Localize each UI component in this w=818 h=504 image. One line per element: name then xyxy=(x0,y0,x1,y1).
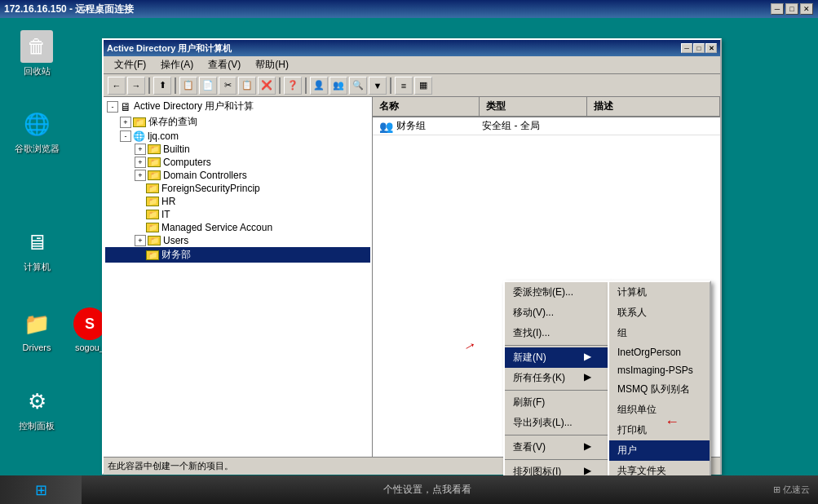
ctx-all-tasks[interactable]: 所有任务(K) ▶ xyxy=(505,368,608,388)
recycle-label: 回收站 xyxy=(8,65,65,77)
tree-it-label: IT xyxy=(161,209,170,220)
start-button[interactable]: ⊞ xyxy=(0,475,82,504)
toolbar-btn2[interactable]: 📄 xyxy=(199,77,217,95)
rdp-minimize-button[interactable]: ─ xyxy=(771,3,784,15)
desktop-icon-chrome[interactable]: 🌐 谷歌浏览器 xyxy=(8,108,65,155)
ctx-move[interactable]: 移动(V)... xyxy=(505,303,608,323)
ad-title: Active Directory 用户和计算机 xyxy=(107,42,681,55)
ctx-find[interactable]: 查找(I)... xyxy=(505,323,608,343)
tree-users-label: Users xyxy=(163,235,188,246)
computer-label: 计算机 xyxy=(8,261,65,273)
toolbar-sep2 xyxy=(175,77,176,94)
menu-help[interactable]: 帮助(H) xyxy=(249,56,295,73)
tree-expand-root[interactable]: - xyxy=(107,101,118,113)
sub-inetorg[interactable]: InetOrgPerson xyxy=(609,343,710,361)
col-header-desc[interactable]: 描述 xyxy=(587,97,720,116)
toolbar-details[interactable]: ▦ xyxy=(414,77,432,95)
toolbar-btn5[interactable]: ❌ xyxy=(258,77,276,95)
col-header-type[interactable]: 类型 xyxy=(480,97,586,116)
rdp-titlebar: 172.16.16.150 - 远程桌面连接 ─ □ ✕ xyxy=(0,0,818,18)
ctx-delegate[interactable]: 委派控制(E)... xyxy=(505,282,608,303)
toolbar-btn9[interactable]: 🔍 xyxy=(349,77,367,95)
tree-ljq[interactable]: - 🌐 ljq.com xyxy=(105,130,370,143)
sub-ou[interactable]: 组织单位 xyxy=(609,400,710,420)
toolbar-list[interactable]: ≡ xyxy=(395,77,413,95)
ad-window: Active Directory 用户和计算机 ─ □ ✕ 文件(F) 操作(A… xyxy=(102,38,722,475)
sub-computer[interactable]: 计算机 xyxy=(609,282,710,303)
toolbar-btn7[interactable]: 👤 xyxy=(310,77,328,95)
menu-file[interactable]: 文件(F) xyxy=(108,56,153,73)
sub-user[interactable]: 用户 xyxy=(609,440,710,461)
submenu-new: 计算机 联系人 组 InetOrgPerson msImaging-PSPs M… xyxy=(608,281,711,483)
ctx-new[interactable]: 新建(N) ▶ xyxy=(505,347,608,368)
col-header-name[interactable]: 名称 xyxy=(373,97,480,116)
ctx-refresh[interactable]: 刷新(F) xyxy=(505,392,608,413)
tree-root[interactable]: - 🖥 Active Directory 用户和计算 xyxy=(105,99,370,114)
ctx-sep2 xyxy=(505,390,608,391)
taskbar-center: 个性设置，点我看看 xyxy=(82,483,773,497)
row-name-text: 财务组 xyxy=(396,119,426,133)
tree-dc-label: Domain Controllers xyxy=(163,170,247,181)
desktop-icon-control[interactable]: ⚙ 控制面板 xyxy=(8,385,65,432)
menu-view[interactable]: 查看(V) xyxy=(201,56,247,73)
ad-close-button[interactable]: ✕ xyxy=(705,43,717,53)
tree-saved-queries[interactable]: + 📁 保存的查询 xyxy=(105,114,370,130)
menu-bar: 文件(F) 操作(A) 查看(V) 帮助(H) xyxy=(104,56,720,74)
tree-computers[interactable]: + 📁 Computers xyxy=(105,156,370,169)
tree-foreign[interactable]: 📁 ForeignSecurityPrincip xyxy=(105,182,370,195)
tree-expand-builtin[interactable]: + xyxy=(135,144,146,155)
tree-expand-dc[interactable]: + xyxy=(135,170,146,181)
context-menu: 委派控制(E)... 移动(V)... 查找(I)... 新建(N) ▶ 所有任… xyxy=(503,281,609,504)
tree-folder-dc: 📁 xyxy=(148,170,161,180)
tree-finance-label: 财务部 xyxy=(161,248,191,262)
sub-group[interactable]: 组 xyxy=(609,323,710,343)
rdp-maximize-button[interactable]: □ xyxy=(785,3,798,15)
tree-it[interactable]: 📁 IT xyxy=(105,208,370,221)
tree-folder-finance: 📁 xyxy=(146,250,159,260)
toolbar-forward[interactable]: → xyxy=(127,77,145,95)
desktop-icon-recycle[interactable]: 🗑 回收站 xyxy=(8,30,65,77)
taskbar: ⊞ 个性设置，点我看看 ⊞ 亿速云 xyxy=(0,475,818,504)
list-row[interactable]: 👥 财务组 安全组 - 全局 xyxy=(373,117,720,135)
menu-action[interactable]: 操作(A) xyxy=(154,56,200,73)
sub-msmq[interactable]: MSMQ 队列别名 xyxy=(609,379,710,400)
toolbar-btn3[interactable]: ✂ xyxy=(219,77,237,95)
row-name: 👥 财务组 xyxy=(379,119,482,133)
toolbar-up[interactable]: ⬆ xyxy=(153,77,171,95)
tree-msa-label: Managed Service Accoun xyxy=(161,222,272,233)
toolbar-btn4[interactable]: 📋 xyxy=(238,77,256,95)
ad-maximize-button[interactable]: □ xyxy=(693,43,705,53)
tree-builtin[interactable]: + 📁 Builtin xyxy=(105,143,370,156)
sub-msimaging[interactable]: msImaging-PSPs xyxy=(609,361,710,379)
tree-folder-msa: 📁 xyxy=(146,223,159,232)
ctx-export[interactable]: 导出列表(L)... xyxy=(505,413,608,433)
toolbar-btn6[interactable]: ❓ xyxy=(284,77,302,95)
sub-contact[interactable]: 联系人 xyxy=(609,303,710,323)
desktop-icon-computer[interactable]: 🖥 计算机 xyxy=(8,226,65,273)
ctx-view[interactable]: 查看(V) ▶ xyxy=(505,437,608,458)
toolbar-btn1[interactable]: 📋 xyxy=(179,77,197,95)
toolbar-back[interactable]: ← xyxy=(108,77,126,95)
tree-expand-computers[interactable]: + xyxy=(135,157,146,168)
desktop-icon-drivers[interactable]: 📁 Drivers xyxy=(8,307,65,352)
tree-panel: - 🖥 Active Directory 用户和计算 + 📁 保存的查询 - 🌐 xyxy=(104,97,373,457)
tree-finance[interactable]: 📁 财务部 xyxy=(105,247,370,263)
tree-dc[interactable]: + 📁 Domain Controllers xyxy=(105,169,370,182)
rdp-close-button[interactable]: ✕ xyxy=(800,3,813,15)
ad-minimize-button[interactable]: ─ xyxy=(681,43,692,53)
rdp-title: 172.16.16.150 - 远程桌面连接 xyxy=(4,2,770,16)
desktop: 172.16.16.150 - 远程桌面连接 ─ □ ✕ 🗑 回收站 🌐 谷歌浏… xyxy=(0,0,818,504)
sub-printer[interactable]: 打印机 xyxy=(609,420,710,440)
taskbar-right: ⊞ 亿速云 xyxy=(773,484,818,496)
toolbar-btn8[interactable]: 👥 xyxy=(329,77,347,95)
toolbar: ← → ⬆ 📋 📄 ✂ 📋 ❌ ❓ 👤 👥 🔍 ▼ ≡ ▦ xyxy=(104,74,720,97)
tree-msa[interactable]: 📁 Managed Service Accoun xyxy=(105,221,370,234)
tree-expand-saved[interactable]: + xyxy=(120,117,131,128)
toolbar-filter[interactable]: ▼ xyxy=(369,77,387,95)
tree-expand-ljq[interactable]: - xyxy=(120,130,131,142)
toolbar-sep3 xyxy=(279,77,281,94)
tree-folder-saved: 📁 xyxy=(133,117,146,127)
tree-hr[interactable]: 📁 HR xyxy=(105,195,370,208)
tree-expand-users[interactable]: + xyxy=(135,235,146,246)
tree-users[interactable]: + 📁 Users xyxy=(105,234,370,247)
